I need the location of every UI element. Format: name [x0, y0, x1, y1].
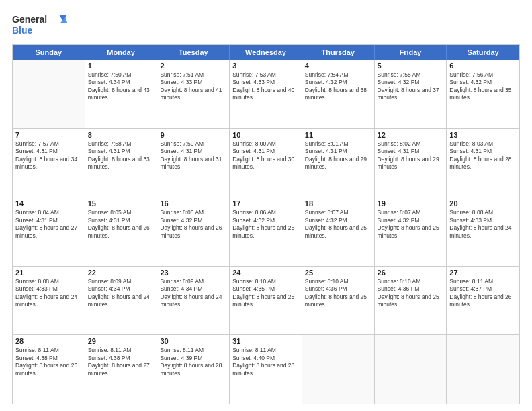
cell-sun-info: Sunrise: 8:02 AM Sunset: 4:31 PM Dayligh… — [378, 140, 444, 171]
cell-sun-info: Sunrise: 8:04 AM Sunset: 4:31 PM Dayligh… — [15, 209, 82, 240]
cell-sun-info: Sunrise: 8:11 AM Sunset: 4:37 PM Dayligh… — [449, 278, 517, 309]
cell-sun-info: Sunrise: 8:03 AM Sunset: 4:31 PM Dayligh… — [449, 140, 517, 171]
day-number: 4 — [305, 62, 371, 70]
day-number: 27 — [449, 269, 517, 277]
week-row-1: 7Sunrise: 7:57 AM Sunset: 4:31 PM Daylig… — [13, 129, 519, 198]
day-cell-7: 7Sunrise: 7:57 AM Sunset: 4:31 PM Daylig… — [13, 129, 85, 197]
day-number: 17 — [232, 199, 299, 208]
day-cell-25: 25Sunrise: 8:10 AM Sunset: 4:36 PM Dayli… — [302, 267, 375, 335]
day-cell-23: 23Sunrise: 8:09 AM Sunset: 4:34 PM Dayli… — [157, 267, 230, 335]
header-cell-monday: Monday — [85, 45, 158, 60]
week-row-3: 21Sunrise: 8:08 AM Sunset: 4:33 PM Dayli… — [13, 267, 519, 336]
day-cell-24: 24Sunrise: 8:10 AM Sunset: 4:35 PM Dayli… — [230, 267, 302, 335]
day-number: 8 — [88, 131, 154, 139]
day-number: 26 — [378, 269, 444, 277]
day-number: 14 — [15, 199, 82, 208]
day-number: 16 — [160, 199, 226, 208]
week-row-0: 1Sunrise: 7:50 AM Sunset: 4:34 PM Daylig… — [13, 60, 519, 129]
cell-sun-info: Sunrise: 7:53 AM Sunset: 4:33 PM Dayligh… — [232, 71, 299, 102]
cell-sun-info: Sunrise: 8:09 AM Sunset: 4:34 PM Dayligh… — [160, 278, 226, 309]
day-cell-14: 14Sunrise: 8:04 AM Sunset: 4:31 PM Dayli… — [13, 197, 85, 266]
cell-sun-info: Sunrise: 8:09 AM Sunset: 4:34 PM Dayligh… — [88, 278, 154, 309]
day-cell-11: 11Sunrise: 8:01 AM Sunset: 4:31 PM Dayli… — [302, 129, 375, 197]
svg-text:General: General — [12, 14, 47, 25]
day-number: 23 — [160, 269, 226, 277]
cell-sun-info: Sunrise: 8:07 AM Sunset: 4:32 PM Dayligh… — [305, 209, 371, 240]
day-number: 6 — [449, 62, 517, 70]
day-cell-29: 29Sunrise: 8:11 AM Sunset: 4:38 PM Dayli… — [85, 335, 158, 404]
day-cell-15: 15Sunrise: 8:05 AM Sunset: 4:31 PM Dayli… — [85, 197, 158, 266]
cell-sun-info: Sunrise: 8:01 AM Sunset: 4:31 PM Dayligh… — [305, 140, 371, 171]
day-number: 15 — [88, 199, 154, 208]
cell-sun-info: Sunrise: 8:10 AM Sunset: 4:35 PM Dayligh… — [232, 278, 299, 309]
day-cell-10: 10Sunrise: 8:00 AM Sunset: 4:31 PM Dayli… — [230, 129, 302, 197]
day-cell-13: 13Sunrise: 8:03 AM Sunset: 4:31 PM Dayli… — [447, 129, 519, 197]
day-cell-18: 18Sunrise: 8:07 AM Sunset: 4:32 PM Dayli… — [302, 197, 375, 266]
day-number: 10 — [232, 131, 299, 139]
header-cell-saturday: Saturday — [447, 45, 519, 60]
cell-sun-info: Sunrise: 8:08 AM Sunset: 4:33 PM Dayligh… — [15, 278, 82, 309]
week-row-4: 28Sunrise: 8:11 AM Sunset: 4:38 PM Dayli… — [13, 335, 519, 404]
empty-cell — [375, 335, 447, 404]
empty-cell — [447, 335, 519, 404]
day-cell-5: 5Sunrise: 7:55 AM Sunset: 4:32 PM Daylig… — [375, 60, 447, 128]
empty-cell — [13, 60, 85, 128]
cell-sun-info: Sunrise: 7:51 AM Sunset: 4:33 PM Dayligh… — [160, 71, 226, 102]
cell-sun-info: Sunrise: 8:08 AM Sunset: 4:33 PM Dayligh… — [449, 209, 517, 240]
cell-sun-info: Sunrise: 8:11 AM Sunset: 4:38 PM Dayligh… — [88, 347, 154, 377]
cell-sun-info: Sunrise: 8:11 AM Sunset: 4:40 PM Dayligh… — [232, 347, 299, 377]
day-number: 24 — [232, 269, 299, 277]
logo: GeneralBlue — [12, 12, 69, 38]
cell-sun-info: Sunrise: 7:58 AM Sunset: 4:31 PM Dayligh… — [88, 140, 154, 171]
day-number: 18 — [305, 199, 371, 208]
day-number: 19 — [378, 199, 444, 208]
day-number: 9 — [160, 131, 226, 139]
calendar-body: 1Sunrise: 7:50 AM Sunset: 4:34 PM Daylig… — [13, 60, 519, 404]
day-cell-12: 12Sunrise: 8:02 AM Sunset: 4:31 PM Dayli… — [375, 129, 447, 197]
day-number: 1 — [88, 62, 154, 70]
day-cell-28: 28Sunrise: 8:11 AM Sunset: 4:38 PM Dayli… — [13, 335, 85, 404]
header: GeneralBlue — [12, 12, 520, 38]
day-number: 29 — [88, 337, 154, 345]
day-cell-21: 21Sunrise: 8:08 AM Sunset: 4:33 PM Dayli… — [13, 267, 85, 335]
cell-sun-info: Sunrise: 8:11 AM Sunset: 4:39 PM Dayligh… — [160, 347, 226, 377]
day-number: 11 — [305, 131, 371, 139]
cell-sun-info: Sunrise: 7:54 AM Sunset: 4:32 PM Dayligh… — [305, 71, 371, 102]
svg-text:Blue: Blue — [12, 25, 33, 36]
day-number: 12 — [378, 131, 444, 139]
cell-sun-info: Sunrise: 8:07 AM Sunset: 4:32 PM Dayligh… — [378, 209, 444, 240]
day-cell-9: 9Sunrise: 7:59 AM Sunset: 4:31 PM Daylig… — [157, 129, 230, 197]
cell-sun-info: Sunrise: 8:10 AM Sunset: 4:36 PM Dayligh… — [378, 278, 444, 309]
cell-sun-info: Sunrise: 8:00 AM Sunset: 4:31 PM Dayligh… — [232, 140, 299, 171]
day-cell-17: 17Sunrise: 8:06 AM Sunset: 4:32 PM Dayli… — [230, 197, 302, 266]
cell-sun-info: Sunrise: 8:10 AM Sunset: 4:36 PM Dayligh… — [305, 278, 371, 309]
day-cell-19: 19Sunrise: 8:07 AM Sunset: 4:32 PM Dayli… — [375, 197, 447, 266]
day-cell-1: 1Sunrise: 7:50 AM Sunset: 4:34 PM Daylig… — [85, 60, 158, 128]
header-cell-sunday: Sunday — [13, 45, 85, 60]
day-cell-6: 6Sunrise: 7:56 AM Sunset: 4:32 PM Daylig… — [447, 60, 519, 128]
day-cell-22: 22Sunrise: 8:09 AM Sunset: 4:34 PM Dayli… — [85, 267, 158, 335]
calendar-header-row: SundayMondayTuesdayWednesdayThursdayFrid… — [13, 45, 519, 60]
day-number: 22 — [88, 269, 154, 277]
page: GeneralBlue SundayMondayTuesdayWednesday… — [0, 0, 532, 411]
logo-svg: GeneralBlue — [12, 12, 69, 38]
day-number: 5 — [378, 62, 444, 70]
day-number: 20 — [449, 199, 517, 208]
day-number: 25 — [305, 269, 371, 277]
day-cell-2: 2Sunrise: 7:51 AM Sunset: 4:33 PM Daylig… — [157, 60, 230, 128]
header-cell-friday: Friday — [375, 45, 447, 60]
day-cell-8: 8Sunrise: 7:58 AM Sunset: 4:31 PM Daylig… — [85, 129, 158, 197]
empty-cell — [302, 335, 375, 404]
header-cell-wednesday: Wednesday — [230, 45, 302, 60]
day-number: 30 — [160, 337, 226, 345]
day-cell-27: 27Sunrise: 8:11 AM Sunset: 4:37 PM Dayli… — [447, 267, 519, 335]
header-cell-thursday: Thursday — [302, 45, 375, 60]
day-cell-30: 30Sunrise: 8:11 AM Sunset: 4:39 PM Dayli… — [157, 335, 230, 404]
day-cell-26: 26Sunrise: 8:10 AM Sunset: 4:36 PM Dayli… — [375, 267, 447, 335]
day-number: 21 — [15, 269, 82, 277]
day-cell-31: 31Sunrise: 8:11 AM Sunset: 4:40 PM Dayli… — [230, 335, 302, 404]
header-cell-tuesday: Tuesday — [157, 45, 230, 60]
day-cell-3: 3Sunrise: 7:53 AM Sunset: 4:33 PM Daylig… — [230, 60, 302, 128]
day-number: 28 — [15, 337, 82, 345]
day-cell-4: 4Sunrise: 7:54 AM Sunset: 4:32 PM Daylig… — [302, 60, 375, 128]
